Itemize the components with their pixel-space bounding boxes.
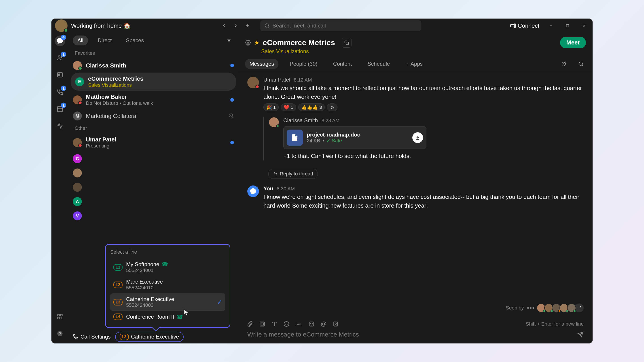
seen-more[interactable]: +2 [575, 304, 584, 312]
sidebar-item-c[interactable]: C [68, 151, 238, 166]
tab-people[interactable]: People (30) [285, 59, 322, 69]
search-input[interactable]: Search, meet, and call [260, 20, 421, 31]
tab-schedule[interactable]: Schedule [363, 59, 394, 69]
svg-rect-30 [346, 42, 348, 44]
tab-direct[interactable]: Direct [93, 35, 116, 45]
svg-point-2 [265, 24, 268, 27]
chat-badge: 4 [61, 35, 66, 40]
nav-teams[interactable]: 1 [54, 52, 65, 63]
message-text: I know we're on tight schedules, and eve… [264, 193, 584, 210]
search-icon [264, 23, 270, 28]
message-avatar[interactable] [247, 185, 259, 197]
nav-calendar[interactable]: 1 [54, 103, 65, 114]
star-icon[interactable]: ★ [254, 39, 260, 46]
sidebar-item-person2[interactable] [68, 180, 238, 194]
section-other: Other [68, 123, 238, 133]
bitmoji-button[interactable] [308, 321, 314, 327]
send-button[interactable] [577, 331, 584, 338]
nav-apps[interactable] [54, 311, 65, 322]
add-reaction-button[interactable]: ☺ [327, 103, 337, 111]
search-placeholder: Search, meet, and call [272, 22, 326, 29]
messages-list: Umar Patel 8:12 AM I think we should all… [238, 72, 592, 304]
download-button[interactable] [412, 132, 423, 143]
content-area: ★ eCommerce Metrics Meet Sales Visualiza… [238, 33, 592, 344]
tab-spaces[interactable]: Spaces [122, 35, 148, 45]
svg-rect-12 [58, 73, 62, 77]
svg-point-11 [61, 56, 62, 58]
person-button[interactable] [333, 321, 338, 327]
nav-calls[interactable]: 1 [54, 86, 65, 97]
sidebar-item-marketing[interactable]: M Marketing Collateral [68, 109, 238, 123]
connect-button[interactable]: Connect [510, 22, 539, 29]
line-option[interactable]: L2 Marc Executive 5552424010 [110, 276, 225, 293]
svg-point-37 [284, 322, 289, 327]
minimize-button[interactable] [546, 21, 556, 31]
sidebar-item-clarissa[interactable]: Clarissa Smith [68, 58, 238, 73]
line-option[interactable]: L4 Conference Room II☎ [110, 311, 225, 323]
tab-content[interactable]: Content [328, 59, 356, 69]
format-button[interactable] [272, 321, 277, 327]
gif-button[interactable]: GIF [296, 321, 302, 327]
connect-icon [510, 23, 516, 28]
attach-button[interactable] [247, 321, 253, 327]
reaction[interactable]: ❤️1 [281, 103, 296, 111]
composer-input[interactable]: Write a message to eCommerce Metrics [247, 331, 577, 338]
tab-all[interactable]: All [73, 35, 88, 45]
screenshot-button[interactable] [260, 321, 265, 327]
message-avatar[interactable] [247, 77, 259, 88]
reply-thread-button[interactable]: Reply to thread [268, 169, 318, 179]
sidebar-item-umar[interactable]: Umar Patel Presenting [68, 133, 238, 151]
nav-back-button[interactable] [219, 21, 229, 31]
user-status[interactable]: Working from home 🏠 [71, 22, 130, 29]
user-avatar[interactable] [55, 19, 68, 32]
sidebar-item-matthew[interactable]: Matthew Baker Do Not Disturb • Out for a… [68, 91, 238, 109]
message: You 8:30 AM I know we're on tight schedu… [247, 185, 584, 210]
copy-button[interactable] [342, 38, 352, 48]
call-settings-button[interactable]: Call Settings [73, 334, 111, 340]
pin-button[interactable] [560, 59, 569, 69]
nav-chat[interactable]: 4 [54, 35, 65, 46]
section-favorites: Favorites [68, 48, 238, 58]
line-option[interactable]: L3 Catherine Executive 5552424003 ✓ [110, 293, 225, 311]
check-icon: ✓ [217, 299, 222, 306]
svg-point-43 [310, 323, 311, 324]
message-avatar[interactable] [269, 117, 279, 127]
close-button[interactable] [579, 21, 589, 31]
nav-help[interactable]: ? [54, 328, 65, 339]
line-badge: L3 [120, 334, 129, 340]
reaction[interactable]: 🎉1 [264, 103, 278, 111]
thread: Clarissa Smith 8:28 AM project-roadmap.d… [263, 117, 584, 160]
message-time: 8:30 AM [277, 186, 295, 192]
reaction[interactable]: 👍👍👍3 [298, 103, 325, 111]
search-space-button[interactable] [576, 59, 586, 69]
sidebar-item-ecommerce[interactable]: E eCommerce Metrics Sales Visualizations [71, 73, 236, 91]
mention-button[interactable]: @ [321, 321, 326, 327]
line-option[interactable]: L1 My Softphone☎ 5552424001 [110, 259, 225, 276]
sidebar-item-a[interactable]: A [68, 194, 238, 209]
tab-messages[interactable]: Messages [245, 59, 278, 69]
svg-rect-4 [510, 24, 514, 27]
sidebar-item-v[interactable]: V [68, 209, 238, 223]
current-line-button[interactable]: L3 Catherine Executive [115, 332, 184, 342]
file-attachment[interactable]: project-roadmap.doc 24 KB • ✓ Safe [283, 126, 426, 149]
meet-button[interactable]: Meet [560, 37, 586, 48]
svg-rect-33 [260, 322, 264, 326]
nav-activity[interactable] [54, 120, 65, 131]
gear-icon[interactable] [245, 40, 251, 45]
message-time: 8:28 AM [322, 118, 340, 124]
filter-button[interactable] [224, 35, 234, 45]
seen-avatar[interactable] [567, 304, 576, 312]
maximize-button[interactable] [562, 21, 572, 31]
nav-contacts[interactable] [54, 69, 65, 80]
composer: GIF @ Shift + Enter for a new line Write… [238, 316, 592, 344]
nav-forward-button[interactable] [231, 21, 240, 31]
message-author: Clarissa Smith [283, 117, 318, 124]
nav-rail: 4 1 1 1 ? [52, 33, 68, 344]
new-tab-button[interactable] [242, 21, 252, 31]
unread-dot [230, 98, 234, 102]
svg-line-32 [582, 65, 583, 66]
cursor-icon [183, 309, 190, 317]
tab-apps[interactable]: +Apps [401, 59, 427, 69]
sidebar-item-person1[interactable] [68, 166, 238, 180]
emoji-button[interactable] [284, 321, 289, 327]
